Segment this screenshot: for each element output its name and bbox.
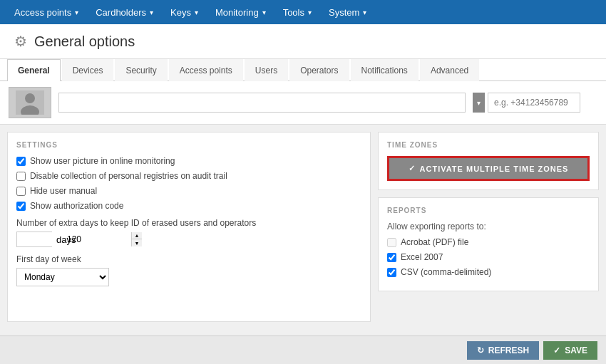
refresh-icon: ↻ <box>477 345 484 355</box>
nav-keys-arrow: ▾ <box>195 9 198 16</box>
tab-notifications[interactable]: Notifications <box>351 59 418 81</box>
tabs-bar: General Devices Security Access points U… <box>0 59 606 81</box>
page-wrapper: Access points ▾ Cardholders ▾ Keys ▾ Mon… <box>0 0 606 364</box>
extra-days-row: 120 ▲ ▼ days <box>16 232 361 247</box>
profile-strip: ▾ <box>0 81 606 125</box>
checkbox-hide-manual: Hide user manual <box>16 186 361 196</box>
week-label: First day of week <box>16 254 361 264</box>
page-header: ⚙ General options <box>0 24 606 59</box>
checkbox-show-auth-code-label: Show authorization code <box>30 201 123 211</box>
nav-cardholders-arrow: ▾ <box>150 9 153 16</box>
svg-point-1 <box>25 93 35 103</box>
tab-users[interactable]: Users <box>245 59 288 81</box>
checkbox-show-user-picture: Show user picture in online monitoring <box>16 156 361 166</box>
nav-tools-arrow: ▾ <box>308 9 312 16</box>
settings-section-title: SETTINGS <box>16 141 361 149</box>
tab-operators[interactable]: Operators <box>289 59 349 81</box>
number-arrows: ▲ ▼ <box>131 232 142 246</box>
week-select-row: Monday Tuesday Wednesday Thursday Friday… <box>16 268 361 286</box>
nav-tools[interactable]: Tools ▾ <box>274 0 320 24</box>
bottom-bar: ↻ REFRESH ✓ SAVE <box>0 336 606 364</box>
reports-panel: REPORTS Allow exporting reports to: Acro… <box>378 197 599 291</box>
nav-cardholders-label: Cardholders <box>96 7 146 18</box>
gear-icon: ⚙ <box>14 33 27 50</box>
page-title: General options <box>34 33 135 50</box>
tab-security[interactable]: Security <box>115 59 167 81</box>
nav-monitoring[interactable]: Monitoring ▾ <box>207 0 274 24</box>
tab-access-points[interactable]: Access points <box>169 59 243 81</box>
checkbox-show-auth-code-input[interactable] <box>16 202 26 211</box>
refresh-label: REFRESH <box>488 345 529 355</box>
phone-input[interactable] <box>488 93 580 113</box>
phone-flag[interactable]: ▾ <box>473 93 485 113</box>
week-select[interactable]: Monday Tuesday Wednesday Thursday Friday… <box>16 268 109 286</box>
save-button[interactable]: ✓ SAVE <box>543 341 597 360</box>
nav-system-arrow: ▾ <box>363 9 366 16</box>
checkbox-disable-collection-label: Disable collection of personal registrie… <box>30 171 227 181</box>
checkbox-acrobat: Acrobat (PDF) file <box>387 237 590 247</box>
extra-days-input-box: 120 ▲ ▼ <box>16 232 52 247</box>
nav-access-points-label: Access points <box>14 7 71 18</box>
tab-general[interactable]: General <box>7 59 61 81</box>
nav-tools-label: Tools <box>283 7 304 18</box>
reports-section-title: REPORTS <box>387 207 590 214</box>
top-nav: Access points ▾ Cardholders ▾ Keys ▾ Mon… <box>0 0 606 24</box>
nav-monitoring-arrow: ▾ <box>262 9 266 16</box>
save-icon: ✓ <box>553 345 560 355</box>
save-label: SAVE <box>565 345 587 355</box>
tab-devices[interactable]: Devices <box>62 59 114 81</box>
days-unit-label: days <box>56 234 76 245</box>
nav-monitoring-label: Monitoring <box>215 7 259 18</box>
activate-timezones-label: ACTIVATE MULTIPLE TIME ZONES <box>420 165 569 173</box>
refresh-button[interactable]: ↻ REFRESH <box>467 341 539 360</box>
nav-system-label: System <box>329 7 359 18</box>
checkbox-excel-input[interactable] <box>387 253 396 262</box>
timezones-panel: TIME ZONES ✓ ACTIVATE MULTIPLE TIME ZONE… <box>378 132 599 190</box>
checkbox-disable-collection: Disable collection of personal registrie… <box>16 171 361 181</box>
checkbox-excel: Excel 2007 <box>387 252 590 262</box>
profile-image <box>9 87 51 118</box>
tab-advanced[interactable]: Advanced <box>420 59 479 81</box>
checkbox-disable-collection-input[interactable] <box>16 172 26 181</box>
checkbox-hide-manual-input[interactable] <box>16 187 26 196</box>
nav-system[interactable]: System ▾ <box>320 0 375 24</box>
checkbox-acrobat-label: Acrobat (PDF) file <box>401 237 468 247</box>
nav-access-points[interactable]: Access points ▾ <box>6 0 87 24</box>
right-panels: TIME ZONES ✓ ACTIVATE MULTIPLE TIME ZONE… <box>378 132 599 322</box>
activate-check-icon: ✓ <box>409 164 416 173</box>
main-panels: SETTINGS Show user picture in online mon… <box>0 125 606 329</box>
nav-cardholders[interactable]: Cardholders ▾ <box>87 0 162 24</box>
settings-panel: SETTINGS Show user picture in online mon… <box>7 132 371 322</box>
profile-name-input[interactable] <box>58 93 466 113</box>
extra-days-label: Number of extra days to keep ID of erase… <box>16 218 361 228</box>
reports-allow-label: Allow exporting reports to: <box>387 222 590 232</box>
checkbox-show-user-picture-label: Show user picture in online monitoring <box>30 156 175 166</box>
nav-access-points-arrow: ▾ <box>75 9 78 16</box>
checkbox-show-user-picture-input[interactable] <box>16 157 26 166</box>
nav-keys[interactable]: Keys ▾ <box>162 0 207 24</box>
checkbox-excel-label: Excel 2007 <box>401 252 443 262</box>
checkbox-show-auth-code: Show authorization code <box>16 201 361 211</box>
checkbox-csv-input[interactable] <box>387 268 396 277</box>
timezones-section-title: TIME ZONES <box>387 141 590 149</box>
checkbox-csv: CSV (comma-delimited) <box>387 267 590 277</box>
nav-keys-label: Keys <box>170 7 191 18</box>
checkbox-hide-manual-label: Hide user manual <box>30 186 97 196</box>
checkbox-acrobat-input[interactable] <box>387 238 396 247</box>
extra-days-up[interactable]: ▲ <box>132 232 142 239</box>
checkbox-csv-label: CSV (comma-delimited) <box>401 267 491 277</box>
activate-timezones-button[interactable]: ✓ ACTIVATE MULTIPLE TIME ZONES <box>387 156 590 181</box>
phone-group: ▾ <box>473 93 580 113</box>
extra-days-down[interactable]: ▼ <box>132 239 142 246</box>
